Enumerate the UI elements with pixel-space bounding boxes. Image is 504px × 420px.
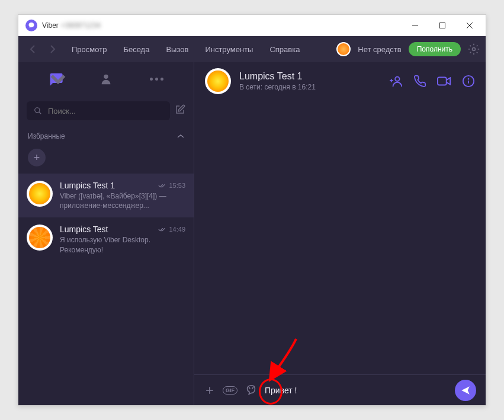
audio-call-button[interactable] — [413, 75, 426, 88]
attach-button[interactable] — [204, 384, 216, 396]
close-button[interactable] — [456, 15, 483, 36]
titlebar: Viber +380971234 — [18, 15, 486, 36]
menu-item-tools[interactable]: Инструменты — [205, 45, 253, 54]
svg-point-5 — [104, 75, 108, 79]
info-button[interactable] — [462, 75, 475, 88]
tab-contacts[interactable] — [94, 72, 118, 85]
menu-item-call[interactable]: Вызов — [166, 45, 188, 54]
app-body: Избранные + Lumpics Test 1 15:53 Viber (… — [18, 62, 486, 405]
svg-line-7 — [39, 112, 41, 114]
chat-info: Lumpics Test 14:49 Я использую Viber Des… — [60, 225, 185, 254]
chat-name: Lumpics Test 1 — [60, 181, 115, 190]
svg-rect-1 — [440, 23, 445, 28]
send-button[interactable] — [455, 380, 476, 401]
chat-preview: Viber ([vaɪbə], «Вайбер»[3][4]) — прилож… — [60, 191, 185, 210]
svg-point-6 — [35, 108, 40, 113]
sticker-button[interactable] — [245, 384, 258, 397]
chat-pane: Lumpics Test 1 В сети: сегодня в 16:21 G… — [194, 62, 486, 405]
chat-time: 14:49 — [169, 226, 185, 233]
composer: GIF — [194, 374, 486, 405]
viber-logo-icon — [25, 20, 37, 31]
menubar-right: Нет средств Пополнить — [336, 42, 480, 56]
chat-meta: 15:53 — [158, 182, 185, 189]
menubar: Просмотр Беседа Вызов Инструменты Справк… — [18, 36, 486, 62]
nav-back-button[interactable] — [24, 41, 41, 57]
chat-header-info: Lumpics Test 1 В сети: сегодня в 16:21 — [239, 71, 381, 91]
search-input[interactable] — [48, 107, 163, 116]
chevron-up-icon — [177, 134, 184, 139]
svg-point-8 — [395, 77, 399, 81]
message-input[interactable] — [265, 386, 448, 395]
sidebar-tabs — [18, 62, 194, 95]
chat-header-name: Lumpics Test 1 — [239, 71, 381, 82]
chat-header-status: В сети: сегодня в 16:21 — [239, 83, 381, 91]
video-call-button[interactable] — [437, 75, 451, 88]
chat-list-item[interactable]: Lumpics Test 1 15:53 Viber ([vaɪbə], «Ва… — [18, 174, 194, 217]
menu-item-help[interactable]: Справка — [269, 45, 300, 54]
credit-avatar-icon — [336, 42, 351, 56]
chat-header-avatar[interactable] — [205, 68, 231, 94]
titlebar-phone: +380971234 — [61, 21, 101, 30]
settings-button[interactable] — [468, 43, 480, 55]
message-area — [194, 100, 486, 374]
tab-chats[interactable] — [44, 70, 68, 87]
window-controls — [402, 15, 483, 36]
menu-items: Просмотр Беседа Вызов Инструменты Справк… — [72, 45, 300, 54]
chat-meta: 14:49 — [158, 226, 185, 233]
add-contact-button[interactable] — [390, 75, 403, 88]
topup-button[interactable]: Пополнить — [409, 42, 461, 56]
search-box[interactable] — [27, 101, 170, 120]
chat-time: 15:53 — [169, 182, 185, 189]
chat-header-actions — [390, 75, 475, 88]
section-favorites[interactable]: Избранные — [18, 126, 194, 146]
svg-point-4 — [473, 48, 476, 51]
credit-label: Нет средств — [358, 45, 401, 54]
svg-rect-11 — [438, 78, 447, 85]
add-favorite-button[interactable]: + — [28, 149, 46, 166]
avatar — [27, 225, 53, 251]
menu-item-view[interactable]: Просмотр — [72, 45, 107, 54]
search-row — [18, 95, 194, 126]
section-label: Избранные — [28, 132, 65, 140]
chat-name: Lumpics Test — [60, 225, 108, 234]
maximize-button[interactable] — [429, 15, 456, 36]
minimize-button[interactable] — [402, 15, 429, 36]
compose-button[interactable] — [175, 104, 185, 117]
chat-header: Lumpics Test 1 В сети: сегодня в 16:21 — [194, 62, 486, 100]
avatar — [27, 181, 53, 207]
double-check-icon — [158, 226, 166, 232]
app-name: Viber — [42, 21, 59, 30]
menu-item-chat[interactable]: Беседа — [123, 45, 149, 54]
chat-list-item[interactable]: Lumpics Test 14:49 Я использую Viber Des… — [18, 217, 194, 261]
nav-forward-button[interactable] — [44, 41, 61, 57]
double-check-icon — [158, 182, 166, 188]
gif-button[interactable]: GIF — [223, 386, 237, 395]
sidebar: Избранные + Lumpics Test 1 15:53 Viber (… — [18, 62, 194, 405]
chat-info: Lumpics Test 1 15:53 Viber ([vaɪbə], «Ва… — [60, 181, 185, 210]
app-window: Viber +380971234 Просмотр Беседа Вызов И… — [18, 14, 486, 406]
chat-preview: Я использую Viber Desktop. Рекомендую! — [60, 235, 185, 254]
svg-point-14 — [468, 79, 469, 79]
tab-more[interactable] — [145, 78, 168, 81]
titlebar-text: Viber +380971234 — [42, 21, 101, 30]
